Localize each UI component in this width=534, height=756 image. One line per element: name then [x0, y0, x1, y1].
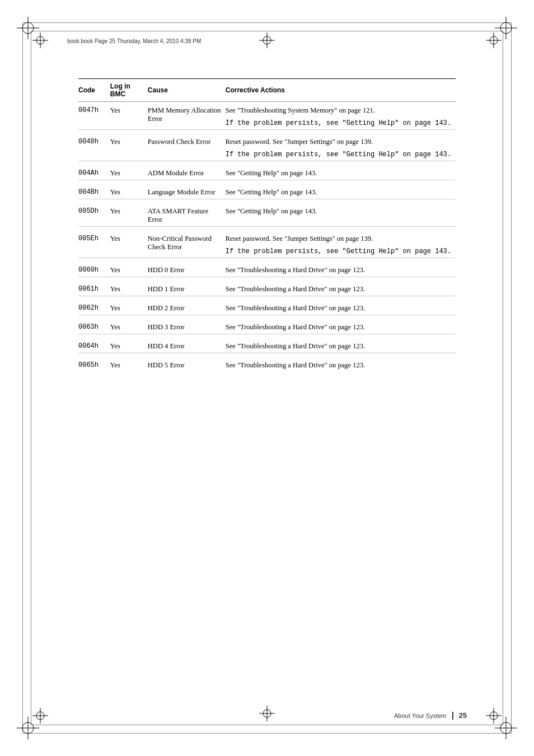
- col-header-cause: Cause: [148, 79, 226, 102]
- cell-cause: HDD 1 Error: [148, 277, 226, 296]
- cell-corrective-action: See "Troubleshooting a Hard Drive" on pa…: [226, 353, 456, 372]
- cell-code: 0064h: [78, 334, 110, 353]
- error-codes-table: Code Log in BMC Cause Corrective Actions…: [78, 78, 456, 372]
- cell-corrective-action: See "Getting Help" on page 143.: [226, 180, 456, 199]
- cell-corrective-action: See "Getting Help" on page 143.: [226, 161, 456, 180]
- footer-page-number: 25: [459, 711, 467, 720]
- cell-cause: HDD 0 Error: [148, 258, 226, 277]
- cell-cause: HDD 5 Error: [148, 353, 226, 372]
- cell-code: 0061h: [78, 277, 110, 296]
- table-row: 0065hYesHDD 5 ErrorSee "Troubleshooting …: [78, 353, 456, 372]
- cell-code: 005Dh: [78, 199, 110, 227]
- cell-log-in-bmc: Yes: [110, 161, 148, 180]
- col-header-actions: Corrective Actions: [226, 79, 456, 102]
- cell-corrective-action: If the problem persists, see "Getting He…: [226, 117, 456, 130]
- cell-code: 004Bh: [78, 180, 110, 199]
- table-row: 005DhYesATA SMART Feature ErrorSee "Gett…: [78, 199, 456, 227]
- footer-divider: [452, 712, 453, 720]
- center-mark-top: [259, 32, 275, 50]
- cell-corrective-action: If the problem persists, see "Getting He…: [226, 245, 456, 258]
- cell-cause: ADM Module Error: [148, 161, 226, 180]
- cell-cause: Language Module Error: [148, 180, 226, 199]
- cell-code: 0047h: [78, 102, 110, 130]
- inner-corner-mark-tl: [32, 32, 48, 48]
- table-row: 0062hYesHDD 2 ErrorSee "Troubleshooting …: [78, 296, 456, 315]
- cell-corrective-action: Reset password. See "Jumper Settings" on…: [226, 227, 456, 246]
- table-row: 0060hYesHDD 0 ErrorSee "Troubleshooting …: [78, 258, 456, 277]
- cell-log-in-bmc: Yes: [110, 130, 148, 161]
- cell-cause: HDD 3 Error: [148, 315, 226, 334]
- cell-cause: HDD 2 Error: [148, 296, 226, 315]
- cell-log-in-bmc: Yes: [110, 180, 148, 199]
- cell-code: 0065h: [78, 353, 110, 372]
- page-footer: About Your System 25: [0, 711, 534, 720]
- cell-log-in-bmc: Yes: [110, 296, 148, 315]
- inner-corner-mark-tr: [486, 32, 502, 48]
- cell-cause: ATA SMART Feature Error: [148, 199, 226, 227]
- table-row: 005EhYesNon-Critical Password Check Erro…: [78, 227, 456, 246]
- cell-cause: PMM Memory Allocation Error: [148, 102, 226, 130]
- cell-corrective-action: See "Troubleshooting a Hard Drive" on pa…: [226, 334, 456, 353]
- cell-cause: Non-Critical Password Check Error: [148, 227, 226, 258]
- col-header-code: Code: [78, 79, 110, 102]
- table-row: 004AhYesADM Module ErrorSee "Getting Hel…: [78, 161, 456, 180]
- cell-log-in-bmc: Yes: [110, 315, 148, 334]
- cell-code: 0063h: [78, 315, 110, 334]
- footer-section-label: About Your System: [394, 712, 447, 719]
- cell-corrective-action: Reset password. See "Jumper Settings" on…: [226, 130, 456, 149]
- cell-log-in-bmc: Yes: [110, 334, 148, 353]
- cell-code: 005Eh: [78, 227, 110, 258]
- cell-log-in-bmc: Yes: [110, 227, 148, 258]
- cell-log-in-bmc: Yes: [110, 353, 148, 372]
- table-row: 004BhYesLanguage Module ErrorSee "Gettin…: [78, 180, 456, 199]
- cell-code: 0048h: [78, 130, 110, 161]
- cell-corrective-action: See "Getting Help" on page 143.: [226, 199, 456, 227]
- cell-corrective-action: See "Troubleshooting a Hard Drive" on pa…: [226, 277, 456, 296]
- table-row: 0063hYesHDD 3 ErrorSee "Troubleshooting …: [78, 315, 456, 334]
- cell-cause: Password Check Error: [148, 130, 226, 161]
- cell-code: 0060h: [78, 258, 110, 277]
- cell-log-in-bmc: Yes: [110, 199, 148, 227]
- main-content: Code Log in BMC Cause Corrective Actions…: [78, 78, 456, 372]
- table-row: 0047hYesPMM Memory Allocation ErrorSee "…: [78, 102, 456, 118]
- cell-corrective-action: See "Troubleshooting a Hard Drive" on pa…: [226, 315, 456, 334]
- cell-corrective-action: See "Troubleshooting a Hard Drive" on pa…: [226, 258, 456, 277]
- col-header-log: Log in BMC: [110, 79, 148, 102]
- table-row: 0064hYesHDD 4 ErrorSee "Troubleshooting …: [78, 334, 456, 353]
- cell-code: 004Ah: [78, 161, 110, 180]
- cell-log-in-bmc: Yes: [110, 102, 148, 130]
- table-row: 0048hYesPassword Check ErrorReset passwo…: [78, 130, 456, 149]
- file-info: book.book Page 25 Thursday, March 4, 201…: [67, 38, 201, 44]
- cell-cause: HDD 4 Error: [148, 334, 226, 353]
- cell-corrective-action: See "Troubleshooting System Memory" on p…: [226, 102, 456, 118]
- table-row: 0061hYesHDD 1 ErrorSee "Troubleshooting …: [78, 277, 456, 296]
- cell-log-in-bmc: Yes: [110, 277, 148, 296]
- cell-log-in-bmc: Yes: [110, 258, 148, 277]
- cell-code: 0062h: [78, 296, 110, 315]
- table-header-row: Code Log in BMC Cause Corrective Actions: [78, 79, 456, 102]
- cell-corrective-action: See "Troubleshooting a Hard Drive" on pa…: [226, 296, 456, 315]
- page: book.book Page 25 Thursday, March 4, 201…: [0, 0, 534, 756]
- cell-corrective-action: If the problem persists, see "Getting He…: [226, 148, 456, 161]
